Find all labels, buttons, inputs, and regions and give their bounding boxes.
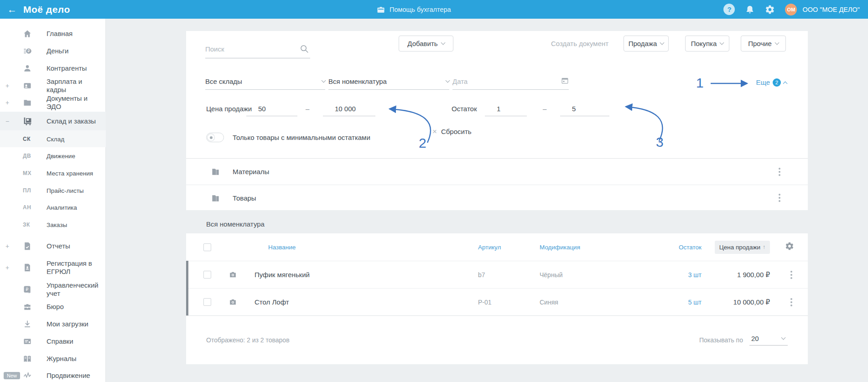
app-logo[interactable]: Моё дело xyxy=(23,4,70,15)
date-field[interactable]: Дата xyxy=(452,75,569,90)
column-header-stock[interactable]: Остаток xyxy=(638,244,702,251)
table-row[interactable]: Пуфик мягенький b7 Чёрный 3 шт 1 900,00 … xyxy=(186,261,808,288)
product-modification: Чёрный xyxy=(540,271,638,279)
product-stock-link[interactable]: 3 шт xyxy=(638,271,702,279)
price-from-field xyxy=(246,102,297,116)
shown-count-text: Отображено: 2 из 2 товаров xyxy=(206,336,290,344)
table-settings-gear-icon[interactable] xyxy=(785,242,794,253)
expand-plus-icon[interactable]: + xyxy=(5,99,10,106)
sidebar-item-upravlencheskiy-uchet[interactable]: ₽ Управленческий учет xyxy=(0,281,106,298)
book-icon xyxy=(22,353,33,364)
report-doc-icon xyxy=(22,241,33,252)
stock-to-field xyxy=(560,102,609,116)
sidebar-item-spravki[interactable]: Справки xyxy=(0,333,106,350)
collapse-minus-icon[interactable]: − xyxy=(5,118,10,125)
kebab-menu-icon[interactable] xyxy=(789,296,794,308)
column-header-price-sorted[interactable]: Цена продажи ↑ xyxy=(715,241,770,254)
more-filters-link[interactable]: Еще 2 xyxy=(756,75,787,90)
subitem-label: Заказы xyxy=(47,222,67,228)
briefcase-icon xyxy=(376,5,385,14)
product-modification: Синяя xyxy=(540,299,638,306)
folder-row-tovary[interactable]: Товары xyxy=(186,185,808,211)
sidebar-subitem-sklad[interactable]: СК Склад xyxy=(0,130,106,148)
other-button[interactable]: Прочие xyxy=(741,36,786,52)
annotation-number-1: 1 xyxy=(696,75,704,91)
chevron-down-icon xyxy=(774,41,779,45)
sidebar-item-dokumenty[interactable]: + Документы и ЭДО xyxy=(0,94,106,111)
product-name[interactable]: Пуфик мягенький xyxy=(255,271,478,279)
search-input[interactable] xyxy=(205,40,310,58)
min-stock-toggle-row: Только товары с минимальными остатками xyxy=(206,133,370,142)
warehouse-select[interactable]: Все склады xyxy=(205,75,325,90)
money-icon: ₽ xyxy=(22,46,33,57)
row-checkbox[interactable] xyxy=(203,271,211,279)
price-to-input[interactable] xyxy=(323,102,375,116)
registration-doc-icon xyxy=(22,262,33,273)
price-range-label: Цена продажи xyxy=(206,105,252,113)
sidebar-item-zarplata[interactable]: + Зарплата и кадры xyxy=(0,77,106,94)
row-checkbox[interactable] xyxy=(203,298,211,306)
nomenclature-select[interactable]: Вся номенклатура xyxy=(328,75,449,90)
sidebar-subitem-zakazy[interactable]: ЗК Заказы xyxy=(0,216,106,233)
per-page-control: Показывать по 20 xyxy=(699,335,788,346)
stock-to-input[interactable] xyxy=(560,102,609,116)
sidebar-item-sklad-i-zakazy[interactable]: − Склад и заказы xyxy=(0,112,106,130)
kebab-menu-icon[interactable] xyxy=(777,166,782,178)
sidebar-subitem-mesta-khraneniya[interactable]: МХ Места хранения xyxy=(0,165,106,182)
sidebar-item-moi-zagruzki[interactable]: Мои загрузки xyxy=(0,315,106,333)
sidebar-item-registratsiya-egryul[interactable]: + Регистрация в ЕГРЮЛ xyxy=(0,255,106,280)
sidebar-subitem-analitika[interactable]: АН Аналитика xyxy=(0,199,106,216)
sidebar-subitem-dvizhenie[interactable]: ДВ Движение xyxy=(0,147,106,165)
folder-row-materialy[interactable]: Материалы xyxy=(186,159,808,185)
purchase-button[interactable]: Покупка xyxy=(685,36,729,52)
pulse-chart-icon xyxy=(22,370,33,381)
sidebar-item-label: Главная xyxy=(47,30,100,38)
search-icon[interactable] xyxy=(299,44,309,56)
sidebar-item-dengi[interactable]: ₽ Деньги xyxy=(0,42,106,60)
filter-panel: Добавить Создать документ Продажа Покупк… xyxy=(186,31,808,158)
product-stock-link[interactable]: 5 шт xyxy=(638,299,702,306)
create-document-label: Создать документ xyxy=(551,40,608,47)
user-avatar[interactable]: ОМ xyxy=(785,4,797,15)
sidebar-item-glavnaya[interactable]: Главная xyxy=(0,25,106,42)
sidebar-item-byuro[interactable]: Бюро xyxy=(0,298,106,315)
nomenclature-select-value: Вся номенклатура xyxy=(328,77,387,85)
expand-plus-icon[interactable]: + xyxy=(5,82,10,89)
back-arrow-icon[interactable]: ← xyxy=(7,5,17,14)
product-name[interactable]: Стол Лофт xyxy=(255,298,478,306)
gear-icon[interactable] xyxy=(765,5,775,15)
folder-icon xyxy=(211,167,220,176)
sale-button[interactable]: Продажа xyxy=(624,36,669,52)
expand-plus-icon[interactable]: + xyxy=(5,243,10,250)
table-row[interactable]: Стол Лофт P-01 Синяя 5 шт 10 000,00 ₽ xyxy=(186,288,808,315)
salary-card-icon xyxy=(22,80,33,91)
kebab-menu-icon[interactable] xyxy=(777,192,782,204)
topbar-actions: ? ОМ ООО "МОЕ ДЕЛО" xyxy=(723,0,860,19)
bell-icon[interactable] xyxy=(745,5,755,15)
sidebar-item-zhurnaly[interactable]: Журналы xyxy=(0,350,106,367)
help-icon[interactable]: ? xyxy=(723,4,735,15)
add-button[interactable]: Добавить xyxy=(399,36,453,52)
annotation-number-3: 3 xyxy=(656,134,664,150)
column-header-name[interactable]: Название xyxy=(255,244,478,251)
sidebar-item-otchety[interactable]: + Отчеты xyxy=(0,237,106,255)
reset-filters-button[interactable]: × Сбросить xyxy=(432,128,472,135)
sidebar-item-kontragenty[interactable]: Контрагенты xyxy=(0,60,106,77)
kebab-menu-icon[interactable] xyxy=(789,269,794,281)
products-table: Название Артикул Модификация Остаток Цен… xyxy=(186,233,808,364)
chevron-down-icon xyxy=(322,78,326,83)
expand-plus-icon[interactable]: + xyxy=(5,264,10,271)
min-stock-toggle[interactable] xyxy=(206,133,224,142)
price-from-input[interactable] xyxy=(246,102,297,116)
column-header-modification[interactable]: Модификация xyxy=(540,244,638,251)
sidebar-subitem-prays-listy[interactable]: ПЛ Прайс-листы xyxy=(0,182,106,199)
select-all-checkbox[interactable] xyxy=(203,243,211,251)
stock-from-input[interactable] xyxy=(485,102,527,116)
sidebar-item-prodvizhenie[interactable]: Продвижение New xyxy=(0,367,106,382)
company-name[interactable]: ООО "МОЕ ДЕЛО" xyxy=(802,6,860,13)
help-center-link[interactable]: Помощь бухгалтера xyxy=(376,0,451,19)
calendar-icon[interactable] xyxy=(561,77,569,86)
column-header-sku[interactable]: Артикул xyxy=(478,244,540,251)
per-page-select[interactable]: 20 xyxy=(749,335,788,346)
folder-icon xyxy=(22,97,33,108)
